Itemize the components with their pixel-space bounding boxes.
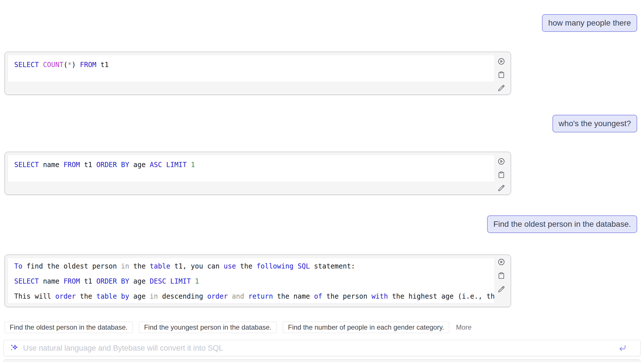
- suggestion-row: Find the oldest person in the database. …: [5, 322, 471, 333]
- more-suggestions-button[interactable]: More: [456, 323, 472, 331]
- sql-editor[interactable]: SELECT name FROM t1 ORDER BY age ASC LIM…: [8, 155, 495, 182]
- clipboard-icon: [498, 71, 505, 78]
- bytebase-sql-chat: { "colors": { "keyword": "#2323cc", "bui…: [0, 0, 644, 362]
- copy-sql-button[interactable]: [498, 171, 505, 178]
- suggestion-chip[interactable]: Find the youngest person in the database…: [139, 322, 277, 333]
- code-line: SELECT name FROM t1 ORDER BY age DESC LI…: [8, 274, 495, 289]
- clipboard-icon: [498, 171, 505, 178]
- user-message-bubble: Find the oldest person in the database.: [487, 215, 637, 233]
- play-circle-icon: [498, 258, 505, 266]
- code-line: To find the oldest person in the table t…: [8, 258, 495, 274]
- edit-sql-button[interactable]: [498, 184, 505, 192]
- run-query-button[interactable]: [498, 58, 505, 65]
- sql-card-actions: [495, 58, 508, 92]
- sql-response-card: To find the oldest person in the table t…: [5, 255, 511, 307]
- user-message-bubble: how many people there: [542, 14, 637, 32]
- code-line: SELECT name FROM t1 ORDER BY age ASC LIM…: [8, 155, 495, 172]
- edit-sql-button[interactable]: [498, 286, 505, 293]
- enter-submit-icon[interactable]: [618, 344, 627, 352]
- sql-card-actions: [495, 158, 508, 192]
- sql-response-card: SELECT name FROM t1 ORDER BY age ASC LIM…: [5, 152, 511, 195]
- run-query-button[interactable]: [498, 158, 505, 165]
- bottom-panel-edge: [3, 359, 641, 362]
- pencil-icon: [498, 84, 505, 92]
- run-query-button[interactable]: [498, 258, 505, 266]
- suggestion-chip[interactable]: Find the oldest person in the database.: [5, 322, 133, 333]
- pencil-icon: [498, 184, 505, 192]
- pencil-icon: [498, 286, 505, 293]
- suggestion-chip[interactable]: Find the number of people in each gender…: [283, 322, 449, 333]
- edit-sql-button[interactable]: [498, 84, 505, 92]
- sql-card-actions: [495, 258, 508, 293]
- sql-editor[interactable]: To find the oldest person in the table t…: [8, 258, 495, 303]
- sql-editor[interactable]: SELECT COUNT(*) FROM t1: [8, 55, 495, 82]
- copy-sql-button[interactable]: [498, 71, 505, 78]
- play-circle-icon: [498, 58, 505, 65]
- user-message-bubble: who's the youngest?: [552, 115, 637, 132]
- sql-response-card: SELECT COUNT(*) FROM t1: [5, 52, 511, 95]
- code-line: This will order the table by age in desc…: [8, 289, 495, 303]
- play-circle-icon: [498, 158, 505, 165]
- nl-composer: [3, 340, 641, 356]
- clipboard-icon: [498, 272, 505, 279]
- code-line: SELECT COUNT(*) FROM t1: [8, 55, 495, 72]
- ai-sparkles-icon: [9, 343, 19, 353]
- nl-query-input[interactable]: [22, 344, 613, 353]
- copy-sql-button[interactable]: [498, 272, 505, 279]
